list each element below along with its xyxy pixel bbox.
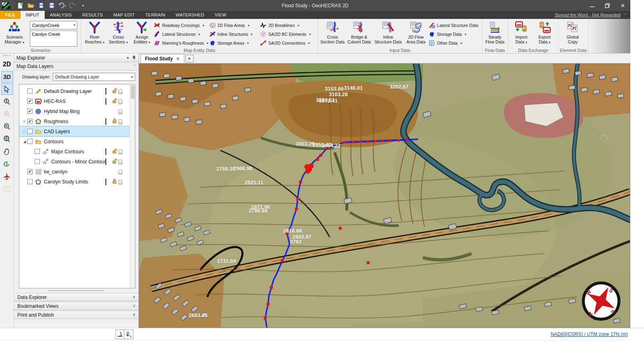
undo-button[interactable]: ▾ bbox=[58, 2, 66, 10]
storage-areas-button[interactable]: Storage Areas bbox=[209, 39, 260, 47]
tab-results[interactable]: RESULTS bbox=[77, 11, 108, 19]
storage-data-button[interactable]: Storage Data bbox=[429, 30, 480, 38]
sa2d-bc-elements-button[interactable]: SA/2D BC Elements bbox=[260, 30, 316, 38]
save-button[interactable] bbox=[37, 2, 45, 10]
zoom-forward-button[interactable] bbox=[1, 108, 13, 120]
layer-visibility-checkbox[interactable]: ✔ bbox=[27, 169, 33, 174]
scenario-manager-button[interactable]: Scenario Manager bbox=[2, 20, 27, 45]
layer-visibility-checkbox[interactable]: ✔ bbox=[27, 119, 33, 124]
tab-terrain[interactable]: TERRAIN bbox=[140, 11, 171, 19]
layer-visibility-checkbox[interactable] bbox=[35, 149, 40, 154]
lock-open-icon[interactable] bbox=[112, 88, 118, 95]
close-button[interactable]: ✕ bbox=[615, 0, 630, 11]
open-file-button[interactable] bbox=[26, 2, 35, 10]
map-explorer-header[interactable]: Map Explorer ▾ bbox=[14, 54, 138, 62]
2d-view-button[interactable]: 2D bbox=[1, 58, 13, 70]
pan-tool-button[interactable] bbox=[1, 146, 13, 157]
bookmarked-views-bar[interactable]: Bookmarked Views˅ bbox=[14, 302, 138, 310]
layer-options-button[interactable]: ... bbox=[118, 150, 122, 154]
scenario-combobox[interactable]: CarolynCreek ▾ bbox=[30, 21, 77, 29]
lateral-structures-button[interactable]: Lateral Structures bbox=[154, 30, 209, 38]
scenario-name-field[interactable]: Carolyn Creek bbox=[30, 31, 77, 47]
steady-flow-data-button[interactable]: Steady Flow Data bbox=[484, 20, 506, 44]
tree-expander-icon[interactable] bbox=[22, 130, 27, 134]
collapse-ribbon-icon[interactable]: ⌃ bbox=[624, 13, 627, 17]
layer-row-default-drawing-layer[interactable]: Default Drawing Layer... bbox=[19, 86, 130, 96]
layer-options-button[interactable]: ... bbox=[118, 89, 122, 94]
customize-qat-chevron-icon[interactable]: ▾ bbox=[78, 2, 87, 10]
tree-scrollbar-thumb[interactable] bbox=[131, 85, 134, 99]
map-nav-orbit-ghost-icon[interactable]: ◯ bbox=[601, 134, 608, 142]
tab-analysis[interactable]: ANALYSIS bbox=[45, 11, 77, 19]
drawing-layer-combobox[interactable]: Default Drawing Layer ▾ bbox=[53, 73, 135, 81]
zoom-tool-button[interactable] bbox=[1, 96, 13, 107]
import-data-button[interactable]: Import Data bbox=[510, 20, 533, 45]
tab-file[interactable]: FILE bbox=[0, 11, 21, 19]
layer-visibility-checkbox[interactable]: ✔ bbox=[27, 109, 33, 114]
layer-row-cad-layers[interactable]: CAD Layers bbox=[19, 126, 130, 136]
tree-expander-icon[interactable] bbox=[22, 119, 27, 124]
layer-visibility-checkbox[interactable] bbox=[27, 139, 33, 144]
toolbar-grip[interactable]: •••• bbox=[3, 54, 11, 57]
panel-menu-chevron-icon[interactable]: ▾ bbox=[127, 56, 129, 60]
2d-breaklines-button[interactable]: 2D Breaklines bbox=[260, 21, 316, 29]
lock-open-icon[interactable] bbox=[112, 98, 118, 105]
layer-row-be-carolyn[interactable]: ✔be_carolyn... bbox=[19, 167, 130, 177]
bridge-culvert-data-button[interactable]: Bridge & Culvert Data bbox=[345, 20, 373, 44]
zoom-back-button[interactable] bbox=[1, 121, 13, 132]
2d-flow-areas-button[interactable]: 2D Flow Areas bbox=[209, 21, 260, 29]
layer-visibility-checkbox[interactable] bbox=[27, 129, 33, 134]
layer-row-roughness[interactable]: ✔Roughness... bbox=[19, 116, 130, 126]
roadway-crossings-button[interactable]: Roadway Crossings bbox=[154, 21, 209, 29]
lock-closed-icon[interactable] bbox=[112, 179, 118, 185]
flythrough-tool-button[interactable] bbox=[1, 171, 13, 182]
print-and-publish-bar[interactable]: Print and Publish˅ bbox=[14, 311, 138, 319]
new-tab-button[interactable]: + bbox=[186, 55, 194, 62]
assign-entities-button[interactable]: Assign Entities bbox=[130, 20, 154, 45]
cross-sections-button[interactable]: Cross Sections bbox=[107, 20, 130, 45]
tab-watershed[interactable]: WATERSHED bbox=[171, 11, 210, 19]
panel-splitter[interactable] bbox=[14, 288, 138, 292]
layer-options-button[interactable]: ... bbox=[118, 160, 122, 165]
select-tool-button[interactable] bbox=[1, 83, 13, 95]
layer-visibility-checkbox[interactable] bbox=[27, 89, 33, 94]
layer-options-button[interactable]: ... bbox=[118, 109, 122, 114]
lock-open-icon[interactable] bbox=[112, 159, 118, 165]
zoom-extents-button[interactable] bbox=[1, 133, 13, 145]
lateral-structure-data-button[interactable]: Lateral Structure Data bbox=[429, 21, 480, 29]
layer-options-button[interactable]: ... bbox=[118, 119, 122, 124]
map-data-layers-bar[interactable]: Map Data Layers ⌃ bbox=[14, 62, 138, 70]
layer-row-contours-minor-contour[interactable]: Contours - Minor Contour... bbox=[19, 157, 130, 167]
layer-options-button[interactable]: ... bbox=[118, 180, 122, 185]
layer-color-swatch[interactable] bbox=[105, 118, 106, 125]
layer-color-swatch[interactable] bbox=[105, 179, 106, 185]
layer-visibility-checkbox[interactable]: ✔ bbox=[27, 99, 33, 104]
map-canvas[interactable]: S E N W 3153.663146.013103.283074.513073… bbox=[139, 64, 630, 328]
layer-row-hec-ras[interactable]: ✔HEC-RAS... bbox=[19, 96, 130, 106]
layer-color-swatch[interactable] bbox=[105, 98, 106, 105]
orbit-tool-button[interactable] bbox=[1, 158, 13, 170]
mannings-roughness-button[interactable]: Manning's Roughness bbox=[154, 39, 209, 47]
redo-button[interactable]: ▾ bbox=[68, 2, 77, 10]
river-reaches-button[interactable]: River Reaches bbox=[83, 20, 107, 45]
layer-row-major-contours[interactable]: Major Contours... bbox=[19, 146, 130, 157]
layer-color-swatch[interactable] bbox=[105, 148, 106, 155]
restore-button[interactable] bbox=[600, 0, 615, 11]
sa2d-connections-button[interactable]: SA/2D Connections bbox=[260, 39, 316, 47]
promo-link[interactable]: Spread the Word - Get Rewarded bbox=[555, 12, 621, 17]
tree-expander-icon[interactable] bbox=[22, 140, 27, 144]
tab-input[interactable]: INPUT bbox=[21, 11, 45, 19]
inline-structure-data-button[interactable]: Inline Structure Data bbox=[373, 20, 403, 44]
layer-row-hybrid-map-bing[interactable]: ✔Hybrid Map Bing... bbox=[19, 106, 130, 116]
data-explorer-bar[interactable]: Data Explorer˅ bbox=[14, 293, 138, 301]
layer-row-contours[interactable]: Contours bbox=[19, 136, 130, 146]
dynamic-view-button[interactable]: D bbox=[1, 183, 13, 195]
tab-flood-study[interactable]: Flood Study ✕ bbox=[140, 54, 184, 63]
layer-row-carolyn-study-limits[interactable]: Carolyn Study Limits... bbox=[19, 177, 130, 187]
tree-scrollbar[interactable] bbox=[130, 84, 135, 288]
inline-structures-button[interactable]: Inline Structures bbox=[209, 30, 260, 38]
layer-color-swatch[interactable] bbox=[105, 159, 106, 165]
tab-map-edit[interactable]: MAP EDIT bbox=[108, 11, 140, 19]
layer-options-button[interactable]: ... bbox=[118, 99, 122, 104]
layer-options-button[interactable]: ... bbox=[118, 170, 122, 175]
